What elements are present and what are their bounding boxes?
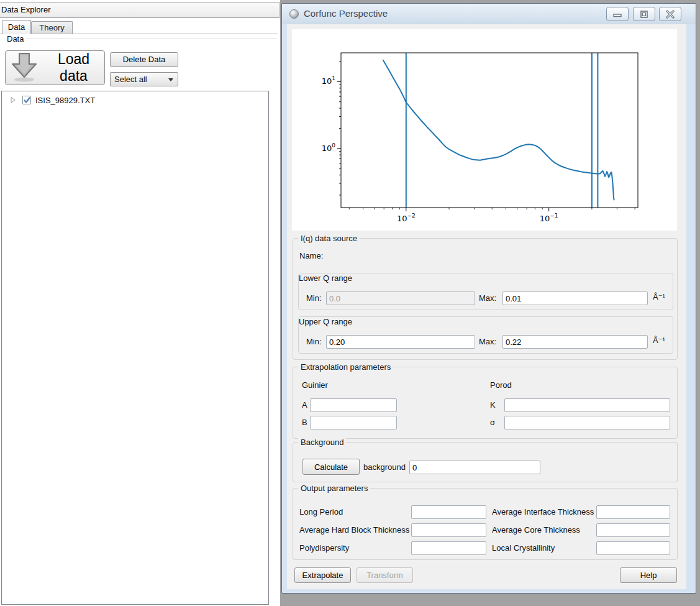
chevron-down-icon xyxy=(168,78,173,81)
guinier-a-label: A xyxy=(302,400,307,410)
upper-q-title: Upper Q range xyxy=(299,317,352,326)
delete-data-button[interactable]: Delete Data xyxy=(110,52,178,67)
long-period-input[interactable] xyxy=(411,505,486,519)
lower-q-range-group: Lower Q range Min: Max: Å⁻¹ xyxy=(298,273,673,310)
select-all-value: Select all xyxy=(114,75,147,84)
load-data-label: Load data xyxy=(43,51,104,85)
porod-k-input[interactable] xyxy=(504,398,670,412)
data-tree[interactable]: ISIS_98929.TXT xyxy=(1,91,269,605)
load-data-button[interactable]: Load data xyxy=(5,50,105,85)
minimize-button[interactable] xyxy=(606,7,629,21)
upper-q-range-group: Upper Q range Min: Max: Å⁻¹ xyxy=(298,316,673,354)
upper-min-input[interactable] xyxy=(326,335,475,349)
background-label: background xyxy=(363,462,406,472)
porod-label: Porod xyxy=(490,380,512,390)
corfunc-content: 10−210−1101100 I(q) data source Name: Lo… xyxy=(287,24,686,589)
window-title: Corfunc Perspective xyxy=(304,8,388,19)
calculate-button[interactable]: Calculate xyxy=(302,459,360,475)
guinier-b-input[interactable] xyxy=(310,416,397,429)
svg-text:100: 100 xyxy=(322,142,336,153)
lower-min-input[interactable] xyxy=(326,292,475,305)
data-explorer-titlebar[interactable]: Data Explorer xyxy=(0,2,280,18)
tree-item-label: ISIS_98929.TXT xyxy=(35,96,95,105)
polydispersity-label: Polydispersity xyxy=(299,543,349,553)
local-crystallinity-label: Local Crystallinity xyxy=(492,543,555,553)
avg-hard-block-thickness-input[interactable] xyxy=(411,523,486,537)
tab-data[interactable]: Data xyxy=(2,20,31,34)
iq-group-title: I(q) data source xyxy=(298,234,360,243)
data-groupbox-label: Data xyxy=(5,34,25,44)
long-period-label: Long Period xyxy=(299,507,343,516)
porod-k-label: K xyxy=(490,400,496,410)
iq-plot: 10−210−1101100 xyxy=(292,29,677,231)
data-explorer-panel: Data Explorer Data Theory Data Load data… xyxy=(0,0,280,606)
mdi-area: Data Explorer Data Theory Data Load data… xyxy=(0,0,700,606)
background-title: Background xyxy=(298,438,346,447)
background-group: Background Calculate background xyxy=(293,442,678,482)
corfunc-window: Corfunc Perspective 10−210−1101100 I(q) … xyxy=(281,3,696,594)
extrapolation-title: Extrapolation parameters xyxy=(298,362,393,372)
upper-min-label: Min: xyxy=(306,337,322,346)
avg-core-thickness-label: Average Core Thickness xyxy=(492,525,580,535)
close-icon xyxy=(665,10,675,19)
porod-sigma-input[interactable] xyxy=(504,416,670,429)
lower-max-label: Max: xyxy=(479,293,496,303)
transform-button[interactable]: Transform xyxy=(357,567,413,583)
guinier-label: Guinier xyxy=(302,380,328,390)
lower-max-input[interactable] xyxy=(502,292,648,305)
lower-q-title: Lower Q range xyxy=(299,273,352,283)
tab-theory[interactable]: Theory xyxy=(31,21,73,34)
avg-interface-thickness-input[interactable] xyxy=(596,505,670,519)
close-button[interactable] xyxy=(659,7,681,21)
upper-max-input[interactable] xyxy=(502,335,648,349)
help-button[interactable]: Help xyxy=(620,567,677,583)
svg-text:10−1: 10−1 xyxy=(540,213,558,223)
output-parameters-group: Output parameters Long Period Average In… xyxy=(293,488,678,560)
maximize-icon xyxy=(639,10,649,19)
tree-item-isis-98929[interactable]: ISIS_98929.TXT xyxy=(2,94,268,106)
avg-hard-block-thickness-label: Average Hard Block Thickness xyxy=(299,525,409,535)
minimize-icon xyxy=(612,11,622,18)
load-data-arrow-icon xyxy=(11,52,39,85)
maximize-button[interactable] xyxy=(633,7,655,21)
lower-unit-label: Å⁻¹ xyxy=(653,292,665,301)
local-crystallinity-input[interactable] xyxy=(596,541,670,555)
guinier-a-input[interactable] xyxy=(310,398,397,412)
guinier-b-label: B xyxy=(302,418,307,427)
iq-plot-canvas: 10−210−1101100 xyxy=(292,29,677,231)
lower-min-label: Min: xyxy=(306,293,322,303)
background-input[interactable] xyxy=(409,461,540,474)
extrapolate-button[interactable]: Extrapolate xyxy=(294,567,351,583)
tab-pane-divider xyxy=(0,34,278,34)
corfunc-titlebar[interactable]: Corfunc Perspective xyxy=(282,4,696,24)
extrapolation-group: Extrapolation parameters Guinier A B Por… xyxy=(293,367,678,439)
name-label: Name: xyxy=(299,251,323,260)
data-groupbox-border xyxy=(26,39,277,39)
checkmark-icon xyxy=(24,97,30,104)
avg-interface-thickness-label: Average Interface Thickness xyxy=(492,507,594,516)
polydispersity-input[interactable] xyxy=(411,541,486,555)
select-all-dropdown[interactable]: Select all xyxy=(110,72,178,86)
avg-core-thickness-input[interactable] xyxy=(596,523,670,537)
porod-sigma-label: σ xyxy=(490,418,495,427)
upper-unit-label: Å⁻¹ xyxy=(653,336,665,345)
svg-text:10−2: 10−2 xyxy=(397,213,416,223)
iq-data-source-group: I(q) data source Name: Lower Q range Min… xyxy=(293,238,678,360)
output-title: Output parameters xyxy=(298,484,370,493)
tree-item-checkbox[interactable] xyxy=(22,96,31,104)
upper-max-label: Max: xyxy=(479,337,496,346)
svg-text:101: 101 xyxy=(322,75,335,86)
window-orb-icon xyxy=(289,9,299,19)
expand-arrow-icon[interactable] xyxy=(11,96,16,104)
